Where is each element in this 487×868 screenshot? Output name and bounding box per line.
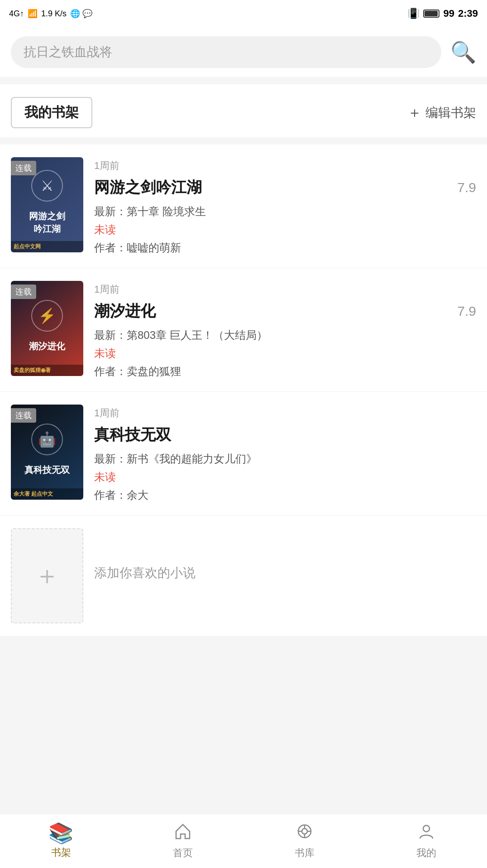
shelf-title: 我的书架: [11, 97, 92, 128]
wifi-icon: 📶: [28, 9, 38, 19]
book-item-3[interactable]: 连载 🤖 真科技无双 余大著 起点中文 1周前 真科技无双 最新：新书《我的超能…: [0, 392, 487, 516]
home-nav-icon: [174, 822, 192, 844]
search-placeholder: 抗日之铁血战将: [24, 43, 112, 61]
svg-point-6: [423, 825, 430, 832]
book-author-1: 作者：嘘嘘的萌新: [94, 241, 476, 255]
mine-nav-label: 我的: [416, 846, 436, 860]
book-item-2[interactable]: 连载 ⚡ 潮汐进化 卖盘的狐狸◉著 1周前 潮汐进化 7.9 最新：第803章 …: [0, 268, 487, 392]
nav-item-shelf[interactable]: 📚 书架: [0, 814, 122, 868]
speed-indicator: 1.9 K/s: [41, 9, 67, 19]
book-badge-3: 连载: [11, 408, 36, 423]
book-time-3: 1周前: [94, 406, 476, 420]
signal-icon: 4G↑: [9, 9, 24, 19]
book-rating-1: 7.9: [457, 180, 476, 195]
status-bar: 4G↑ 📶 1.9 K/s 🌐 💬 📳 99 2:39: [0, 0, 487, 27]
status-icons: 🌐 💬: [70, 9, 92, 19]
nav-item-library[interactable]: 书库: [244, 814, 365, 868]
book-info-1: 1周前 网游之剑吟江湖 7.9 最新：第十章 险境求生 未读 作者：嘘嘘的萌新: [83, 157, 476, 255]
add-book-item[interactable]: ＋ 添加你喜欢的小说: [0, 516, 487, 636]
book-cover-1: 连载 ⚔ 网游之剑吟江湖 起点中文网: [11, 157, 83, 252]
book-latest-2: 最新：第803章 巨人王！（大结局）: [94, 328, 476, 342]
book-time-2: 1周前: [94, 283, 476, 296]
bottom-nav: 📚 书架 首页 书库: [0, 814, 487, 868]
book-time-1: 1周前: [94, 159, 476, 173]
search-area: 抗日之铁血战将 🔍: [0, 27, 487, 77]
svg-point-1: [302, 829, 307, 834]
battery-icon: [423, 10, 439, 18]
book-badge-1: 连载: [11, 161, 36, 175]
add-book-label: 添加你喜欢的小说: [83, 528, 476, 582]
home-nav-label: 首页: [173, 846, 193, 860]
battery-label: 99: [443, 8, 454, 19]
edit-shelf-button[interactable]: ＋ 编辑书架: [407, 103, 476, 123]
book-item-1[interactable]: 连载 ⚔ 网游之剑吟江湖 起点中文网 1周前 网游之剑吟江湖 7.9 最新：第十…: [0, 145, 487, 268]
qidian-logo-1: 起点中文网: [14, 243, 41, 251]
qidian-logo-3: 余大著 起点中文: [14, 490, 53, 498]
status-right: 📳 99 2:39: [407, 8, 478, 19]
book-title-1: 网游之剑吟江湖: [94, 177, 202, 198]
add-plus-icon: ＋: [34, 559, 60, 593]
book-unread-1: 未读: [94, 222, 476, 237]
book-unread-3: 未读: [94, 470, 476, 484]
edit-plus-icon: ＋: [407, 103, 422, 123]
shelf-nav-icon: 📚: [48, 823, 73, 843]
search-input-wrap[interactable]: 抗日之铁血战将: [11, 36, 441, 68]
section-header: 我的书架 ＋ 编辑书架: [0, 84, 487, 137]
qidian-logo-2: 卖盘的狐狸◉著: [14, 366, 51, 374]
vibrate-icon: 📳: [407, 8, 420, 19]
book-author-2: 作者：卖盘的狐狸: [94, 364, 476, 379]
book-author-3: 作者：余大: [94, 488, 476, 502]
book-cover-text-1: 网游之剑吟江湖: [24, 205, 70, 240]
nav-item-home[interactable]: 首页: [122, 814, 244, 868]
book-cover-3: 连载 🤖 真科技无双 余大著 起点中文: [11, 405, 83, 500]
book-latest-1: 最新：第十章 险境求生: [94, 204, 476, 219]
clock: 2:39: [458, 8, 478, 19]
shelf-nav-label: 书架: [51, 846, 71, 859]
library-nav-label: 书库: [295, 846, 315, 860]
book-cover-text-3: 真科技无双: [20, 459, 74, 481]
add-book-cover: ＋: [11, 528, 83, 623]
search-button[interactable]: 🔍: [450, 42, 476, 63]
book-latest-3: 最新：新书《我的超能力女儿们》: [94, 452, 476, 466]
library-nav-icon: [296, 822, 314, 844]
book-rating-2: 7.9: [457, 304, 476, 319]
mine-nav-icon: [417, 822, 435, 844]
book-cover-text-2: 潮汐进化: [24, 335, 70, 357]
book-info-2: 1周前 潮汐进化 7.9 最新：第803章 巨人王！（大结局） 未读 作者：卖盘…: [83, 281, 476, 379]
book-unread-2: 未读: [94, 346, 476, 361]
book-badge-2: 连载: [11, 285, 36, 299]
book-cover-2: 连载 ⚡ 潮汐进化 卖盘的狐狸◉著: [11, 281, 83, 376]
edit-shelf-label: 编辑书架: [425, 104, 476, 121]
status-left: 4G↑ 📶 1.9 K/s 🌐 💬: [9, 9, 92, 19]
nav-item-mine[interactable]: 我的: [365, 814, 487, 868]
book-info-3: 1周前 真科技无双 最新：新书《我的超能力女儿们》 未读 作者：余大: [83, 405, 476, 502]
book-list: 连载 ⚔ 网游之剑吟江湖 起点中文网 1周前 网游之剑吟江湖 7.9 最新：第十…: [0, 145, 487, 636]
book-title-3: 真科技无双: [94, 424, 171, 445]
book-title-2: 潮汐进化: [94, 301, 156, 322]
